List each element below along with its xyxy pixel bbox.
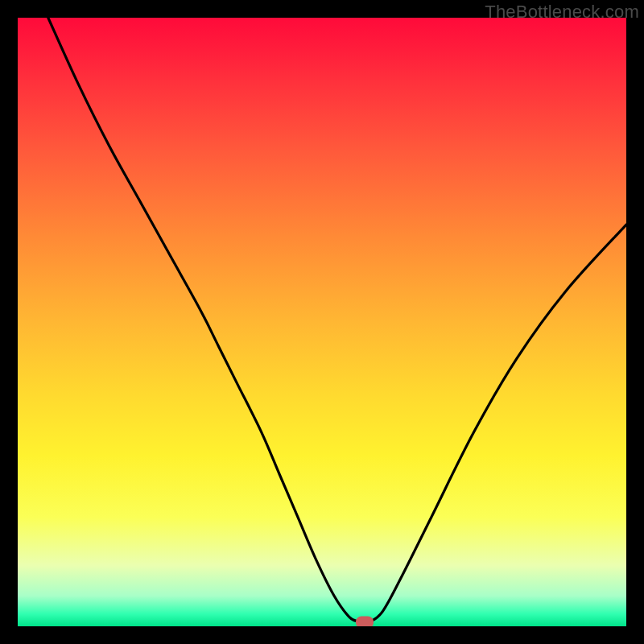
watermark-text: TheBottleneck.com (485, 2, 639, 23)
plot-area (18, 18, 626, 626)
bottleneck-curve (18, 18, 626, 626)
chart-frame: TheBottleneck.com (0, 0, 644, 644)
minimum-marker (356, 616, 374, 626)
